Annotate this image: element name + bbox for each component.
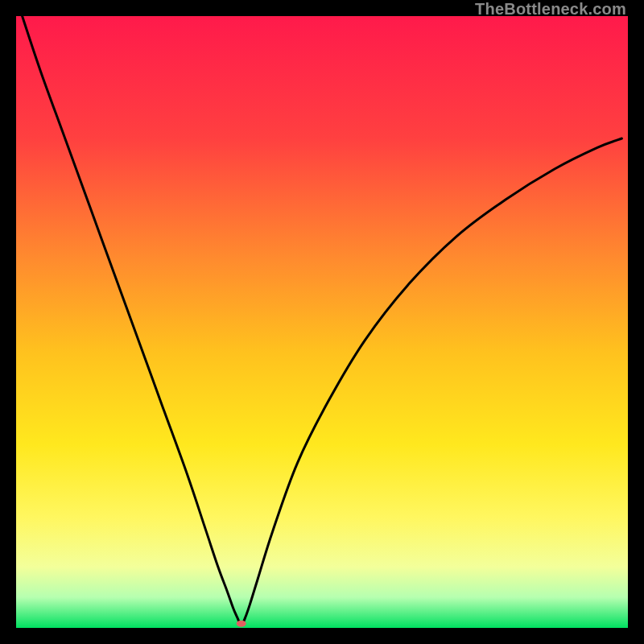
- watermark-text: TheBottleneck.com: [475, 0, 626, 19]
- chart-frame: [16, 16, 628, 628]
- min-marker: [237, 621, 246, 627]
- markers-group: [237, 621, 246, 627]
- chart-svg: [16, 16, 628, 628]
- chart-background: [16, 16, 628, 628]
